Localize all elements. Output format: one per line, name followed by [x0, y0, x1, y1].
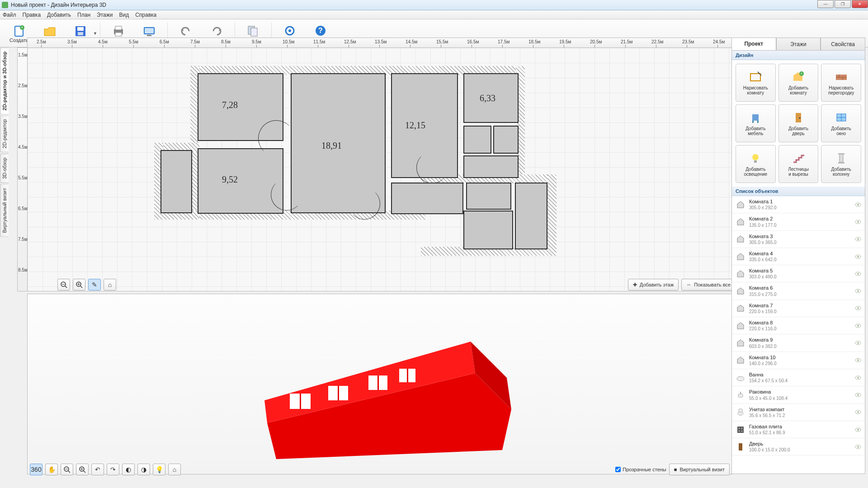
menu-Файл[interactable]: Файл — [3, 12, 16, 18]
minimize-button[interactable]: — — [817, 0, 834, 8]
design-addlight-button[interactable]: Добавитьосвещение — [736, 145, 776, 183]
orbit-button[interactable]: 360 — [30, 464, 42, 475]
svg-point-78 — [857, 325, 859, 327]
room-small-1[interactable] — [463, 126, 491, 154]
object-item[interactable]: Комната 7220.0 x 159.0 — [732, 300, 865, 317]
virtual-visit-button[interactable]: ■Виртуальный визит — [669, 464, 730, 475]
addcolumn-icon — [834, 151, 849, 165]
view-tab-1[interactable]: 2D-редактор — [0, 115, 9, 152]
menu-Добавить[interactable]: Добавить — [47, 12, 71, 18]
object-icon — [736, 425, 745, 435]
object-list[interactable]: Комната 1305.0 x 292.0Комната 2135.0 x 1… — [732, 196, 865, 474]
design-label: Лестницыи вырезы — [788, 167, 809, 177]
visibility-icon[interactable] — [855, 254, 861, 259]
visibility-icon[interactable] — [855, 237, 861, 241]
visibility-icon[interactable] — [855, 410, 861, 414]
transparent-walls-input[interactable] — [615, 467, 621, 472]
svg-point-85 — [857, 377, 859, 379]
object-dimensions: 305.0 x 365.0 — [749, 239, 851, 245]
home-button[interactable]: ⌂ — [104, 279, 116, 291]
maximize-button[interactable]: ❐ — [835, 0, 851, 8]
menu-План[interactable]: План — [77, 12, 90, 18]
zoom-out-3d-button[interactable] — [61, 464, 73, 475]
object-item[interactable]: Комната 8220.0 x 116.0 — [732, 317, 865, 334]
design-drawroom-button[interactable]: Нарисоватькомнату — [736, 64, 776, 102]
add-floor-button[interactable]: ✚Добавить этаж — [628, 279, 679, 291]
home-3d-button[interactable]: ⌂ — [168, 464, 181, 475]
object-item[interactable]: Комната 3305.0 x 365.0 — [732, 231, 865, 248]
design-addcolumn-button[interactable]: Добавитьколонну — [821, 145, 861, 183]
svg-rect-62 — [838, 162, 844, 164]
rotate-right-button[interactable]: ↷ — [107, 464, 119, 475]
object-item[interactable]: Газовая плита51.0 x 62.1 x 86.9 — [732, 421, 865, 438]
menu-Вид[interactable]: Вид — [119, 12, 129, 18]
design-addfurn-button[interactable]: Добавитьмебель — [736, 104, 776, 142]
menu-Справка[interactable]: Справка — [135, 12, 156, 18]
design-drawwall-button[interactable]: Нарисоватьперегородку — [821, 64, 861, 102]
room-small-2[interactable] — [493, 126, 519, 154]
room-small-left[interactable] — [160, 150, 192, 213]
panel-tab-Этажи[interactable]: Этажи — [776, 38, 821, 50]
visibility-icon[interactable] — [855, 341, 861, 345]
object-item[interactable]: Комната 10140.0 x 296.0 — [732, 352, 865, 369]
corridor[interactable] — [391, 183, 548, 249]
design-adddoor-button[interactable]: Добавитьдверь — [778, 104, 819, 142]
object-item[interactable]: Комната 2135.0 x 177.0 — [732, 213, 865, 230]
visibility-icon[interactable] — [855, 393, 861, 397]
object-name: Комната 2 — [749, 216, 851, 222]
object-item[interactable]: Комната 5303.0 x 480.0 — [732, 265, 865, 282]
object-item[interactable]: Комната 4335.0 x 642.0 — [732, 248, 865, 265]
visibility-icon[interactable] — [855, 427, 861, 432]
zoom-in-button[interactable] — [73, 279, 85, 291]
draw-tool-button[interactable]: ✎ — [88, 279, 101, 291]
canvas-2d[interactable]: 7,28 9,52 18,91 12,15 6,33 — [27, 47, 732, 291]
visibility-icon[interactable] — [855, 324, 861, 328]
design-label: Нарисоватьперегородку — [828, 85, 854, 95]
canvas-3d[interactable] — [27, 294, 732, 474]
view-left-button[interactable]: ◐ — [122, 464, 135, 475]
menu-Правка[interactable]: Правка — [23, 12, 41, 18]
design-addwindow-button[interactable]: Добавитьокно — [821, 104, 861, 142]
ruler-label: 3.5м — [18, 114, 28, 119]
object-item[interactable]: Унитаз компакт35.6 x 56.5 x 71.2 — [732, 404, 865, 421]
pan-button[interactable]: ✋ — [45, 464, 58, 475]
svg-point-64 — [857, 204, 859, 206]
light-button[interactable]: 💡 — [153, 464, 165, 475]
visibility-icon[interactable] — [855, 375, 861, 380]
view-tab-2[interactable]: 3D-обзор — [0, 154, 9, 183]
design-label: Добавитькомнату — [788, 85, 808, 95]
visibility-icon[interactable] — [855, 358, 861, 362]
visibility-icon[interactable] — [855, 220, 861, 224]
menu-Этажи[interactable]: Этажи — [97, 12, 113, 18]
zoom-out-button[interactable] — [57, 279, 70, 291]
object-item[interactable]: Комната 1305.0 x 292.0 — [732, 196, 865, 213]
view-tab-0[interactable]: 2D-редактор и 3D-обзор — [0, 47, 9, 114]
object-name: Комната 6 — [749, 285, 851, 291]
transparent-walls-checkbox[interactable]: Прозрачные стены — [615, 464, 666, 475]
room-small-3[interactable] — [463, 155, 519, 178]
object-item[interactable]: Дверь100.0 x 15.0 x 200.0 — [732, 438, 865, 455]
visibility-icon[interactable] — [855, 289, 861, 293]
room-5[interactable] — [198, 148, 283, 214]
object-item[interactable]: Комната 6315.0 x 275.0 — [732, 282, 865, 300]
object-item[interactable]: Раковина55.0 x 45.0 x 108.4 — [732, 386, 865, 404]
object-item[interactable]: Комната 9603.0 x 382.0 — [732, 334, 865, 352]
close-button[interactable]: ✕ — [852, 0, 868, 8]
panel-tab-Свойства[interactable]: Свойства — [821, 38, 865, 50]
view-tab-3[interactable]: Виртуальный визит — [0, 184, 9, 237]
view-right-button[interactable]: ◑ — [137, 464, 150, 475]
svg-rect-11 — [147, 35, 151, 36]
object-icon — [736, 252, 745, 262]
visibility-icon[interactable] — [855, 445, 861, 449]
design-addroom-button[interactable]: +Добавитькомнату — [778, 64, 819, 102]
rotate-left-button[interactable]: ↶ — [91, 464, 104, 475]
panel-tab-Проект[interactable]: Проект — [731, 38, 776, 50]
visibility-icon[interactable] — [855, 272, 861, 276]
design-stairs-button[interactable]: Лестницыи вырезы — [778, 145, 819, 183]
object-item[interactable]: Ванна154.2 x 67.5 x 50.4 — [732, 369, 865, 386]
zoom-in-3d-button[interactable] — [76, 464, 89, 475]
visibility-icon[interactable] — [855, 306, 861, 310]
save-dropdown[interactable]: ▼ — [93, 31, 97, 36]
svg-point-15 — [288, 29, 291, 32]
visibility-icon[interactable] — [855, 202, 861, 207]
